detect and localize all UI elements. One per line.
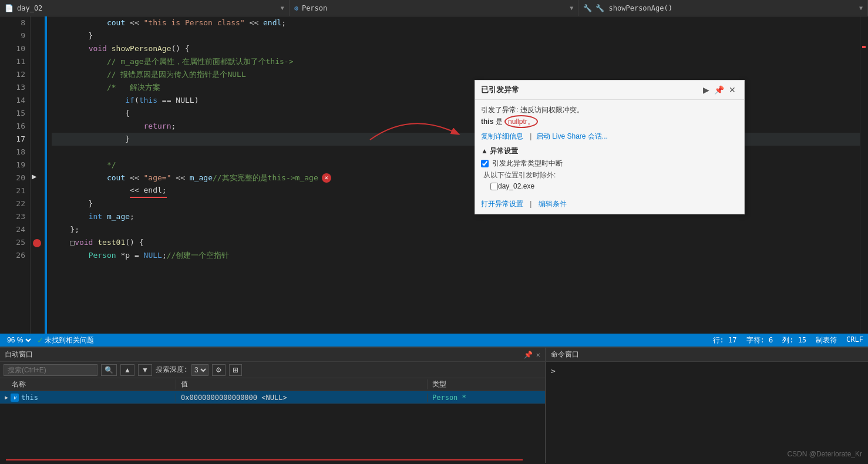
editor-area: 8 9 □10 □11 12 □13 14 15 16 17 18 19 20 … (0, 16, 868, 334)
code-line-9: } (52, 29, 860, 42)
var-name-this: ▶ v this (0, 394, 176, 402)
check-icon: ✓ (38, 335, 42, 345)
file-selector[interactable]: 📄 day_02 ▼ (0, 0, 290, 16)
line-num-8: 8 (0, 16, 25, 29)
line-num-15: 15 (0, 107, 25, 120)
exception-checkbox-row2: day_02.exe (490, 182, 738, 190)
line-num-14: 14 (0, 94, 25, 107)
dropdown-arrow2: ▼ (570, 5, 573, 11)
code-line-26: Person *p = NULL;//创建一个空指针 (52, 249, 860, 262)
close-icon[interactable]: ✕ (536, 351, 540, 359)
auto-window-controls: 📌 ✕ (524, 351, 540, 359)
exception-body: 引发了异常: 违反访问权限冲突。 this 是 nullptr。 复制详细信息 … (475, 100, 744, 197)
code-line-8: cout << "this is Person class" << endl; (52, 16, 860, 29)
watermark: CSDN @Deteriorate_Kr (787, 450, 862, 458)
file-name: day_02 (17, 4, 278, 12)
pin-icon[interactable]: 📌 (524, 351, 533, 359)
auto-window-header: 自动窗口 📌 ✕ (0, 348, 545, 362)
line-num-22: 22 (0, 197, 25, 210)
code-line-25: □void test01() { (52, 236, 860, 249)
error-icon-20: ✕ (322, 173, 331, 183)
exception-checkbox2-label: day_02.exe (498, 182, 534, 190)
down-button[interactable]: ▼ (138, 364, 152, 376)
exception-subtext: 从以下位置引发时除外: (483, 170, 738, 180)
up-button[interactable]: ▲ (120, 364, 134, 376)
cmd-body: > (546, 362, 868, 463)
exception-trigger-text: 引发了异常: 违反访问权限冲突。 this 是 nullptr。 (481, 105, 738, 128)
cmd-prompt: > (551, 367, 556, 375)
status-text: 未找到相关问题 (45, 335, 94, 345)
cmd-title: 命令窗口 (551, 349, 579, 359)
exception-header: 已引发异常 ▶ 📌 ✕ (475, 80, 744, 100)
edit-conditions-link[interactable]: 编辑条件 (539, 200, 567, 208)
table-info: 制表符 (816, 335, 837, 345)
open-exception-settings-link[interactable]: 打开异常设置 (481, 200, 523, 208)
depth-label: 搜索深度: (156, 365, 188, 375)
file-icon: 📄 (5, 4, 14, 12)
var-name-text: this (21, 394, 38, 402)
current-line-arrow: ▶ (32, 172, 36, 181)
code-line-12: // 报错原因是因为传入的指针是个NULL (52, 68, 860, 81)
line-num-17: 17 (0, 133, 25, 146)
zoom-select[interactable]: 96 % (5, 335, 33, 345)
format-button[interactable]: ⊞ (229, 364, 242, 376)
line-num-20: 20 (0, 172, 25, 184)
line-num-11: □11 (0, 55, 25, 68)
class-icon: ⚙ (294, 4, 298, 12)
search-input[interactable] (4, 364, 97, 376)
line-num-23: 23 (0, 210, 25, 223)
col-header-value: 值 (176, 379, 428, 389)
bottom-area: 自动窗口 📌 ✕ 🔍 ▲ ▼ 搜索深度: 3 1 2 4 5 ⚙ ⊞ 名 (0, 347, 868, 463)
exception-footer[interactable]: 打开异常设置 | 编辑条件 (475, 197, 744, 214)
dropdown-arrow: ▼ (281, 5, 284, 11)
status-ok: ✓ 未找到相关问题 (38, 335, 94, 345)
depth-select[interactable]: 3 1 2 4 5 (191, 364, 208, 376)
status-bar: 96 % ✓ 未找到相关问题 行: 17 字符: 6 列: 15 制表符 CRL… (0, 334, 868, 347)
method-selector[interactable]: 🔧 🔧 showPersonAge() ▼ (578, 0, 868, 16)
auto-window-title: 自动窗口 (5, 349, 524, 359)
live-share-link[interactable]: 启动 Live Share 会话... (536, 132, 608, 140)
exception-links[interactable]: 复制详细信息 | 启动 Live Share 会话... (481, 132, 738, 142)
var-value-this: 0x0000000000000000 <NULL> (176, 394, 428, 402)
auto-window: 自动窗口 📌 ✕ 🔍 ▲ ▼ 搜索深度: 3 1 2 4 5 ⚙ ⊞ 名 (0, 348, 546, 463)
exception-checkbox-row: 引发此异常类型时中断 (481, 159, 738, 169)
exception-checkbox2[interactable] (490, 183, 498, 190)
exception-checkbox[interactable] (481, 160, 489, 167)
line-num-26: 26 (0, 249, 25, 262)
line-num-13: □13 (0, 81, 25, 94)
thread-button[interactable]: ⚙ (212, 364, 226, 376)
exception-title: 已引发异常 (481, 85, 701, 95)
line-info: 行: 17 (713, 335, 737, 345)
col-header-name: 名称 (0, 379, 176, 389)
dropdown-arrow3: ▼ (859, 5, 863, 11)
cmd-window: 命令窗口 > CSDN @Deteriorate_Kr (546, 348, 868, 463)
line-num-16: 16 (0, 120, 25, 133)
exception-checkbox-label: 引发此异常类型时中断 (492, 159, 563, 169)
class-name: Person (302, 4, 567, 12)
table-row-this[interactable]: ▶ v this 0x0000000000000000 <NULL> Perso… (0, 391, 545, 404)
line-num-18: 18 (0, 146, 25, 159)
col-header-type: 类型 (428, 379, 545, 389)
expand-arrow[interactable]: ▶ (5, 394, 8, 401)
method-icon: 🔧 (583, 4, 592, 12)
exception-popup: 已引发异常 ▶ 📌 ✕ 引发了异常: 违反访问权限冲突。 this 是 null… (475, 80, 745, 214)
exception-close-button[interactable]: ✕ (726, 84, 738, 96)
class-selector[interactable]: ⚙ Person ▼ (290, 0, 579, 16)
exception-pin-button[interactable]: 📌 (712, 84, 726, 96)
exception-play-button[interactable]: ▶ (701, 84, 712, 96)
var-icon: v (11, 394, 19, 402)
line-num-9: 9 (0, 29, 25, 42)
cmd-header: 命令窗口 (546, 348, 868, 362)
line-num-19: 19 (0, 159, 25, 172)
var-type-this: Person * (428, 394, 545, 402)
exception-settings-section: ▲ 异常设置 引发此异常类型时中断 从以下位置引发时除外: day_02.exe (481, 146, 738, 190)
search-button[interactable]: 🔍 (101, 364, 117, 376)
col-info: 列: 15 (782, 335, 806, 345)
auto-window-table: 名称 值 类型 ▶ v this 0x0000000000000000 <NUL… (0, 378, 545, 445)
exception-settings-title: ▲ 异常设置 (481, 146, 738, 156)
line-num-12: 12 (0, 68, 25, 81)
copy-details-link[interactable]: 复制详细信息 (481, 132, 523, 140)
code-line-10: void showPersonAge() { (52, 42, 860, 55)
line-num-10: □10 (0, 42, 25, 55)
right-scrollbar[interactable] (860, 16, 868, 334)
